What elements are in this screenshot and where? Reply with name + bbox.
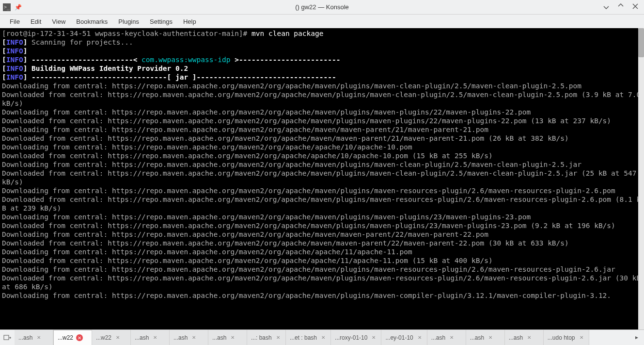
tab-close-icon[interactable]: ✕: [578, 334, 585, 341]
tab-12[interactable]: ...ash✕: [505, 330, 544, 345]
new-tab-button[interactable]: [0, 330, 15, 345]
menu-bookmarks[interactable]: Bookmarks: [71, 16, 112, 27]
tab-7[interactable]: ...et : bash✕: [286, 330, 331, 345]
tab-label: ...ey-01-10: [385, 334, 413, 341]
close-button[interactable]: [631, 3, 639, 11]
menu-help[interactable]: Help: [178, 16, 201, 27]
tab-11[interactable]: ...ash✕: [466, 330, 505, 345]
tab-13[interactable]: ...udo htop✕: [544, 330, 589, 345]
tab-label: ...ash: [135, 334, 149, 341]
tab-1[interactable]: ...w22✕: [53, 330, 92, 345]
pin-icon[interactable]: 📌: [15, 4, 22, 11]
tab-2[interactable]: ...w22✕: [92, 330, 131, 345]
tab-10[interactable]: ...ash✕: [427, 330, 466, 345]
app-icon: >_: [3, 3, 11, 11]
maximize-button[interactable]: [617, 3, 625, 11]
menu-edit[interactable]: Edit: [26, 16, 46, 27]
tab-4[interactable]: ...ash✕: [170, 330, 208, 345]
tab-close-icon[interactable]: ✕: [76, 334, 83, 341]
tab-label: ...udo htop: [548, 334, 575, 341]
menubar: File Edit View Bookmarks Plugins Setting…: [0, 15, 644, 28]
tab-6[interactable]: ...: bash✕: [247, 330, 286, 345]
minimize-button[interactable]: [602, 3, 610, 11]
tab-close-icon[interactable]: ✕: [152, 334, 158, 341]
tab-bar: ...ash✕...w22✕...w22✕...ash✕...ash✕...as…: [0, 329, 644, 345]
menu-plugins[interactable]: Plugins: [113, 16, 144, 27]
tab-label: ...ash: [18, 334, 32, 341]
tab-label: ...ash: [173, 334, 188, 341]
menu-file[interactable]: File: [5, 16, 25, 27]
menu-settings[interactable]: Settings: [145, 16, 177, 27]
tab-5[interactable]: ...ash✕: [208, 330, 247, 345]
tab-close-icon[interactable]: ✕: [229, 334, 236, 341]
tab-overflow-button[interactable]: [629, 330, 644, 345]
tab-close-icon[interactable]: ✕: [275, 334, 282, 341]
tab-label: ...roxy-01-10: [335, 334, 367, 341]
tab-3[interactable]: ...ash✕: [131, 330, 170, 345]
tab-label: ...et : bash: [290, 334, 317, 341]
tab-close-icon[interactable]: ✕: [35, 334, 42, 341]
tab-close-icon[interactable]: ✕: [487, 334, 494, 341]
tab-close-icon[interactable]: ✕: [526, 334, 533, 341]
svg-rect-0: [4, 335, 9, 340]
tab-0[interactable]: ...ash✕: [15, 330, 53, 345]
window-titlebar: >_ 📌 () gw22 — Konsole: [0, 0, 644, 15]
tab-9[interactable]: ...ey-01-10✕: [381, 330, 427, 345]
tab-label: ...ash: [509, 334, 523, 341]
menu-view[interactable]: View: [47, 16, 70, 27]
tab-close-icon[interactable]: ✕: [114, 334, 121, 341]
tab-label: ...ash: [470, 334, 484, 341]
tab-close-icon[interactable]: ✕: [190, 334, 197, 341]
tab-close-icon[interactable]: ✕: [370, 334, 377, 341]
tab-label: ...w22: [58, 334, 73, 341]
tab-label: ...: bash: [251, 334, 272, 341]
tab-close-icon[interactable]: ✕: [320, 334, 327, 341]
tab-8[interactable]: ...roxy-01-10✕: [331, 330, 381, 345]
scrollbar-thumb[interactable]: [638, 28, 644, 57]
tab-close-icon[interactable]: ✕: [416, 334, 423, 341]
terminal-view[interactable]: [root@ip-172-31-34-51 wwpass-keycloak-au…: [0, 28, 644, 329]
tab-label: ...ash: [212, 334, 226, 341]
terminal-scrollbar[interactable]: [638, 28, 644, 329]
window-title: () gw22 — Konsole: [295, 3, 349, 11]
tab-label: ...ash: [431, 334, 445, 341]
tab-label: ...w22: [96, 334, 111, 341]
tab-close-icon[interactable]: ✕: [448, 334, 455, 341]
